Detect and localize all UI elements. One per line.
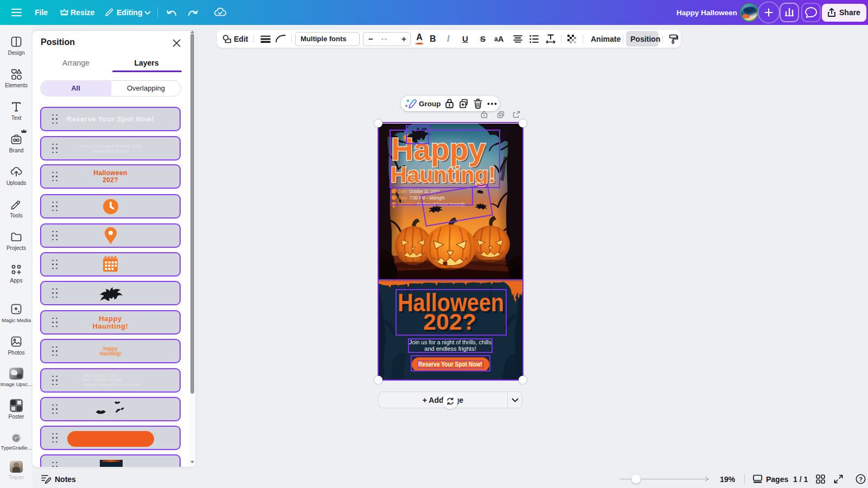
svg-text:?: ?	[859, 476, 863, 483]
